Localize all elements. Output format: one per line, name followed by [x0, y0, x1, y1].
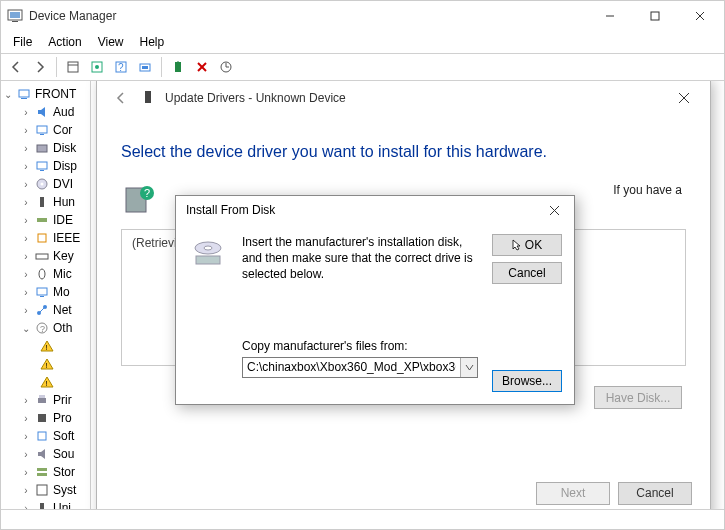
- tree-item[interactable]: ›Mic: [1, 265, 90, 283]
- svg-rect-43: [38, 398, 46, 403]
- chevron-icon[interactable]: ›: [21, 161, 31, 172]
- tree-item[interactable]: ›Disk: [1, 139, 90, 157]
- scan-icon[interactable]: [134, 56, 156, 78]
- tree-item-label: Stor: [53, 465, 75, 479]
- monitor-icon: [34, 122, 50, 138]
- wizard-back-button[interactable]: [111, 88, 131, 108]
- ok-button[interactable]: OK: [492, 234, 562, 256]
- menu-help[interactable]: Help: [132, 33, 173, 51]
- wizard-cancel-button[interactable]: Cancel: [618, 482, 692, 505]
- chevron-icon[interactable]: ›: [21, 233, 31, 244]
- menu-file[interactable]: File: [5, 33, 40, 51]
- ok-label: OK: [525, 238, 542, 252]
- chevron-icon[interactable]: ›: [21, 251, 31, 262]
- chevron-icon[interactable]: ›: [21, 215, 31, 226]
- tree-item[interactable]: ›Uni: [1, 499, 90, 509]
- cursor-icon: [512, 239, 522, 251]
- chevron-icon[interactable]: ›: [21, 431, 31, 442]
- scan-hardware-icon[interactable]: [215, 56, 237, 78]
- chevron-down-icon[interactable]: ⌄: [3, 89, 13, 100]
- menu-view[interactable]: View: [90, 33, 132, 51]
- tree-item[interactable]: ›DVI: [1, 175, 90, 193]
- tree-item[interactable]: ›Pro: [1, 409, 90, 427]
- svg-point-60: [204, 246, 212, 250]
- path-input[interactable]: [243, 358, 460, 377]
- wizard-close-button[interactable]: [668, 84, 700, 112]
- tree-item[interactable]: ›Key: [1, 247, 90, 265]
- chevron-icon[interactable]: ›: [21, 269, 31, 280]
- disk-icon: [34, 140, 50, 156]
- svg-rect-21: [37, 126, 47, 133]
- svg-rect-20: [21, 98, 27, 99]
- tree-item[interactable]: ›Hun: [1, 193, 90, 211]
- show-hidden-icon[interactable]: [62, 56, 84, 78]
- dialog-cancel-button[interactable]: Cancel: [492, 262, 562, 284]
- svg-rect-61: [196, 256, 220, 264]
- warning-icon: !: [39, 338, 55, 354]
- tree-item[interactable]: ›Syst: [1, 481, 90, 499]
- have-disk-button[interactable]: Have Disk...: [594, 386, 682, 409]
- tree-item-unknown[interactable]: !: [1, 337, 90, 355]
- chevron-icon[interactable]: ›: [21, 179, 31, 190]
- nav-back-icon[interactable]: [5, 56, 27, 78]
- tree-item[interactable]: ›Prir: [1, 391, 90, 409]
- dialog-close-button[interactable]: [540, 197, 568, 223]
- tree-item[interactable]: ›Mo: [1, 283, 90, 301]
- tree-item[interactable]: ›Soft: [1, 427, 90, 445]
- update-driver-icon[interactable]: [167, 56, 189, 78]
- printer-icon: [34, 392, 50, 408]
- menu-action[interactable]: Action: [40, 33, 89, 51]
- tree-item-label: Prir: [53, 393, 72, 407]
- usb-icon: [34, 194, 50, 210]
- chevron-icon[interactable]: ›: [21, 449, 31, 460]
- tree-item[interactable]: ⌄?Oth: [1, 319, 90, 337]
- tree-item[interactable]: ›Cor: [1, 121, 90, 139]
- tree-item[interactable]: ›Stor: [1, 463, 90, 481]
- maximize-button[interactable]: [632, 2, 677, 30]
- uninstall-icon[interactable]: [191, 56, 213, 78]
- tree-item-label: Cor: [53, 123, 72, 137]
- chevron-icon[interactable]: ›: [21, 305, 31, 316]
- tree-item[interactable]: ›Disp: [1, 157, 90, 175]
- chevron-icon[interactable]: ›: [21, 413, 31, 424]
- wizard-next-button[interactable]: Next: [536, 482, 610, 505]
- chevron-icon[interactable]: ›: [21, 395, 31, 406]
- device-tree[interactable]: ⌄ FRONT ›Aud›Cor›Disk›Disp›DVI›Hun›IDE›I…: [1, 81, 91, 509]
- tree-item[interactable]: ›Aud: [1, 103, 90, 121]
- minimize-button[interactable]: [587, 2, 632, 30]
- tree-item[interactable]: ›IDE: [1, 211, 90, 229]
- tree-root[interactable]: ⌄ FRONT: [1, 85, 90, 103]
- help-icon[interactable]: ?: [110, 56, 132, 78]
- tree-item-unknown[interactable]: !: [1, 373, 90, 391]
- properties-icon[interactable]: [86, 56, 108, 78]
- status-bar: [1, 509, 724, 529]
- chevron-icon[interactable]: ⌄: [21, 323, 31, 334]
- tree-item-label: Pro: [53, 411, 72, 425]
- tree-item[interactable]: ›IEEE: [1, 229, 90, 247]
- tree-item[interactable]: ›Net: [1, 301, 90, 319]
- nav-forward-icon[interactable]: [29, 56, 51, 78]
- tree-item-unknown[interactable]: !: [1, 355, 90, 373]
- tree-item-label: Aud: [53, 105, 74, 119]
- chevron-icon[interactable]: ›: [21, 287, 31, 298]
- svg-rect-45: [38, 414, 46, 422]
- computer-icon: [16, 86, 32, 102]
- close-button[interactable]: [677, 2, 722, 30]
- svg-text:?: ?: [40, 324, 45, 334]
- chevron-down-icon[interactable]: [460, 358, 477, 377]
- chevron-icon[interactable]: ›: [21, 485, 31, 496]
- chevron-icon[interactable]: ›: [21, 467, 31, 478]
- disc-icon: [34, 176, 50, 192]
- chevron-icon[interactable]: ›: [21, 107, 31, 118]
- hardware-help-icon: ?: [121, 183, 155, 217]
- chevron-icon[interactable]: ›: [21, 143, 31, 154]
- tree-item-label: Sou: [53, 447, 74, 461]
- chevron-icon[interactable]: ›: [21, 125, 31, 136]
- svg-rect-14: [142, 66, 148, 69]
- path-combobox[interactable]: [242, 357, 478, 378]
- browse-button[interactable]: Browse...: [492, 370, 562, 392]
- tree-item[interactable]: ›Sou: [1, 445, 90, 463]
- svg-rect-19: [19, 90, 29, 97]
- tree-item-label: Syst: [53, 483, 76, 497]
- chevron-icon[interactable]: ›: [21, 197, 31, 208]
